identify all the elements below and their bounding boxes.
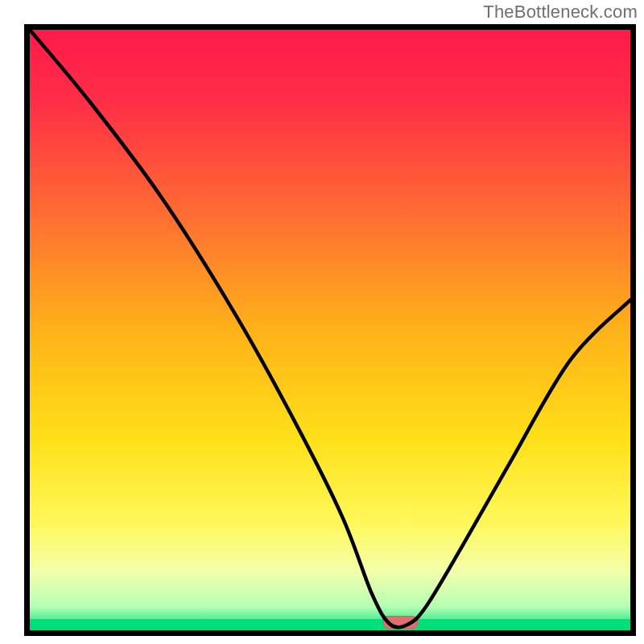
plot-area xyxy=(30,30,630,630)
watermark-text: TheBottleneck.com xyxy=(483,2,638,23)
plot-frame xyxy=(24,24,636,636)
bottleneck-curve xyxy=(30,30,630,630)
